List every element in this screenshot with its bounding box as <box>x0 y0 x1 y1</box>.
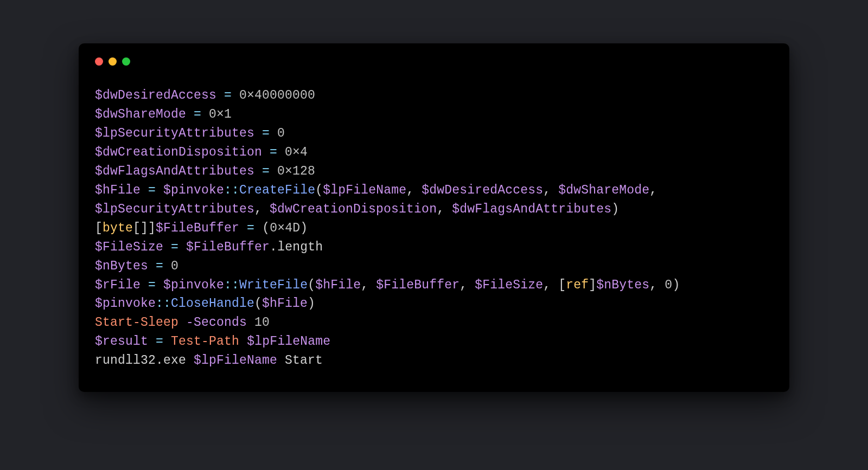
code-token-var: $dwFlagsAndAttributes <box>452 202 611 216</box>
code-token-type: ref <box>566 278 589 292</box>
minimize-icon[interactable] <box>108 57 117 66</box>
code-line: $FileSize = $FileBuffer.length <box>95 240 323 254</box>
code-line: $dwDesiredAccess = 0×40000000 <box>95 88 315 102</box>
code-token-plain <box>148 259 156 273</box>
code-token-punct: ] <box>589 278 596 292</box>
code-token-plain <box>156 183 163 197</box>
code-token-var: $nBytes <box>95 259 148 273</box>
code-line: $result = Test-Path $lpFileName <box>95 334 330 349</box>
terminal-window: $dwDesiredAccess = 0×40000000 $dwShareMo… <box>79 43 789 392</box>
code-token-punct: ) <box>300 221 308 235</box>
code-token-punct: , <box>437 202 452 216</box>
code-token-plain <box>247 316 254 330</box>
code-token-plain <box>163 334 171 349</box>
code-token-punct: , <box>361 278 376 292</box>
code-token-plain <box>232 88 239 102</box>
code-line: $dwShareMode = 0×1 <box>95 107 232 121</box>
code-line: $dwFlagsAndAttributes = 0×128 <box>95 164 315 178</box>
code-line: $hFile = $pinvoke::CreateFile($lpFileNam… <box>95 183 665 216</box>
code-token-plain <box>156 278 163 292</box>
code-line: $lpSecurityAttributes = 0 <box>95 126 285 140</box>
code-token-flag: -Seconds <box>186 316 247 330</box>
close-icon[interactable] <box>95 57 103 66</box>
code-token-num: 0×4D <box>270 221 300 235</box>
code-token-op: = <box>148 183 156 197</box>
code-token-plain <box>201 107 209 121</box>
code-token-plain <box>186 107 194 121</box>
code-token-var: $lpFileName <box>247 334 330 349</box>
code-token-func: CloseHandle <box>171 297 254 311</box>
code-token-var: $lpSecurityAttributes <box>95 202 254 216</box>
code-token-plain <box>254 221 262 235</box>
code-token-plain <box>148 334 156 349</box>
code-line: $pinvoke::CloseHandle($hFile) <box>95 297 315 311</box>
zoom-icon[interactable] <box>122 57 130 66</box>
code-token-plain <box>239 221 247 235</box>
code-token-plain: Start <box>277 353 323 368</box>
code-token-num: 0×4 <box>285 145 308 159</box>
code-token-plain <box>270 164 277 178</box>
window-titlebar <box>95 57 773 66</box>
code-token-punct: ) <box>308 297 315 311</box>
code-token-op: = <box>262 164 270 178</box>
code-token-var: $lpSecurityAttributes <box>95 126 254 140</box>
code-token-num: 0 <box>665 278 672 292</box>
code-token-op: = <box>262 126 270 140</box>
code-token-punct: , <box>543 183 558 197</box>
code-token-punct: ) <box>611 202 619 216</box>
code-token-var: $hFile <box>262 297 308 311</box>
code-token-op: = <box>148 278 156 292</box>
code-token-plain <box>178 240 186 254</box>
code-token-func: CreateFile <box>239 183 315 197</box>
code-token-member: length <box>277 240 323 254</box>
code-line: $rFile = $pinvoke::WriteFile($hFile, $Fi… <box>95 278 680 292</box>
code-token-num: 0×1 <box>209 107 232 121</box>
code-token-punct: , [ <box>543 278 566 292</box>
code-token-op: = <box>194 107 201 121</box>
code-token-var: $result <box>95 334 148 349</box>
code-token-punct: [ <box>95 221 103 235</box>
code-token-plain <box>141 183 148 197</box>
code-token-punct: , <box>254 202 270 216</box>
code-token-var: $FileSize <box>475 278 543 292</box>
code-token-var: $dwShareMode <box>558 183 649 197</box>
code-token-var: $dwCreationDisposition <box>270 202 437 216</box>
code-token-var: $rFile <box>95 278 141 292</box>
code-token-var: $FileSize <box>95 240 163 254</box>
code-token-punct: ) <box>672 278 680 292</box>
code-token-punct: ( <box>254 297 262 311</box>
code-token-op: = <box>224 88 232 102</box>
code-token-var: $FileBuffer <box>186 240 270 254</box>
code-token-punct: ( <box>308 278 315 292</box>
code-token-var: $dwDesiredAccess <box>95 88 216 102</box>
code-token-func: WriteFile <box>239 278 308 292</box>
code-token-num: 0×128 <box>277 164 315 178</box>
code-line: $dwCreationDisposition = 0×4 <box>95 145 308 159</box>
code-line: Start-Sleep -Seconds 10 <box>95 316 270 330</box>
code-token-punct: , <box>649 183 665 197</box>
code-line: $nBytes = 0 <box>95 259 178 273</box>
code-token-var: $dwDesiredAccess <box>422 183 543 197</box>
code-token-plain <box>277 145 285 159</box>
code-token-var: $dwCreationDisposition <box>95 145 262 159</box>
code-token-punct: []] <box>133 221 156 235</box>
code-token-plain <box>239 334 247 349</box>
code-token-cmd: Start-Sleep <box>95 316 178 330</box>
code-token-num: 0 <box>171 259 178 273</box>
code-token-var: $dwShareMode <box>95 107 186 121</box>
code-token-punct: , <box>649 278 665 292</box>
code-token-punct: , <box>406 183 422 197</box>
code-token-punct: , <box>459 278 475 292</box>
code-token-var: $hFile <box>95 183 141 197</box>
code-token-plain: rundll32.exe <box>95 353 194 368</box>
code-token-op: :: <box>224 278 239 292</box>
code-token-cmd: Test-Path <box>171 334 239 349</box>
code-token-plain <box>163 240 171 254</box>
code-token-var: $FileBuffer <box>376 278 459 292</box>
code-token-plain <box>178 316 186 330</box>
code-token-op: :: <box>224 183 239 197</box>
code-line: [byte[]]$FileBuffer = (0×4D) <box>95 221 308 235</box>
code-token-punct: . <box>270 240 277 254</box>
code-token-num: 0×40000000 <box>239 88 315 102</box>
code-token-var: $hFile <box>315 278 361 292</box>
